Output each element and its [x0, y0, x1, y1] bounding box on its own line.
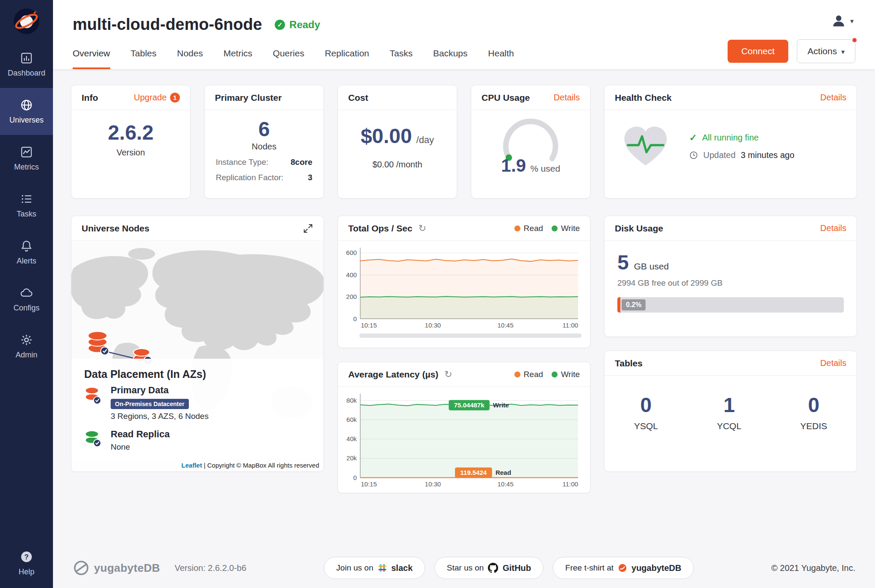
metrics-icon — [20, 146, 33, 158]
tab-tables[interactable]: Tables — [131, 38, 157, 69]
ycql-count-col: 1 YCQL — [717, 395, 741, 431]
tab-backups[interactable]: Backups — [433, 38, 468, 69]
cpu-percent-unit: % used — [530, 164, 560, 174]
github-link-prefix: Star us on — [447, 563, 484, 573]
cpu-details-link[interactable]: Details — [554, 93, 580, 102]
legend-write-label: Write — [561, 370, 580, 379]
leaflet-link[interactable]: Leaflet — [182, 462, 202, 469]
tshirt-link[interactable]: Free t-shirt at yugabyteDB — [553, 557, 694, 579]
instance-type-label: Instance Type: — [216, 158, 268, 167]
tasks-list-icon — [20, 193, 33, 205]
slack-link[interactable]: Join us on slack — [324, 557, 425, 579]
ycql-label: YCQL — [717, 421, 741, 431]
planet-logo-icon — [13, 8, 40, 35]
avg-latency-card: Average Latency (µs) ↻ Read Write — [338, 362, 590, 493]
svg-text:80k: 80k — [346, 397, 357, 404]
github-link-brand: GitHub — [502, 563, 531, 573]
tab-tasks[interactable]: Tasks — [390, 38, 413, 69]
disk-usage-bar: 0.2% — [617, 297, 844, 313]
svg-text:Read: Read — [496, 469, 511, 476]
health-details-link[interactable]: Details — [820, 93, 846, 102]
svg-text:0: 0 — [353, 315, 357, 322]
legend-read: Read — [514, 224, 543, 233]
card-title: Average Latency (µs) — [348, 369, 438, 380]
github-link[interactable]: Star us on GitHub — [435, 557, 543, 579]
disk-usage-card: Disk Usage Details 5 GB used 2994 GB fre… — [604, 216, 857, 337]
version-number: 2.6.2 — [71, 122, 190, 143]
nodes-count: 6 — [205, 119, 323, 140]
expand-icon[interactable] — [303, 223, 313, 234]
total-ops-card: Total Ops / Sec ↻ Read Write — [338, 216, 590, 348]
node-marker-primary — [88, 331, 109, 355]
sidebar-item-help[interactable]: ? Help — [0, 543, 53, 584]
instance-type-row: Instance Type: 8core — [205, 158, 323, 167]
upgrade-label: Upgrade — [134, 93, 167, 102]
footer-copyright: © 2021 Yugabyte, Inc. — [771, 563, 855, 573]
yugabyte-footer-logo-icon — [73, 559, 90, 576]
tab-metrics[interactable]: Metrics — [223, 38, 253, 69]
disk-used-value: 5 — [617, 252, 629, 273]
universe-nodes-card: Universe Nodes — [71, 216, 324, 472]
heartbeat-icon — [619, 123, 672, 169]
dashboard-icon — [20, 52, 33, 64]
tab-queries[interactable]: Queries — [273, 38, 305, 69]
svg-text:119.5424: 119.5424 — [460, 469, 487, 476]
slack-icon — [378, 563, 387, 573]
replication-factor-value: 3 — [308, 173, 312, 182]
tab-replication[interactable]: Replication — [325, 38, 369, 69]
main-area: multi-cloud-demo-6node ✓ Ready ▾ Overvie… — [53, 0, 875, 588]
cost-per-day-unit: /day — [416, 135, 434, 146]
page-title: multi-cloud-demo-6node — [73, 15, 262, 34]
sidebar-item-universes[interactable]: Universes — [0, 88, 53, 135]
user-menu[interactable]: ▾ — [831, 13, 854, 29]
sidebar-item-configs[interactable]: Configs — [0, 276, 53, 323]
datacenter-badge: On-Premises Datacenter — [111, 399, 189, 409]
tab-health[interactable]: Health — [488, 38, 514, 69]
refresh-icon[interactable]: ↻ — [418, 223, 426, 234]
svg-text:Write: Write — [493, 401, 509, 409]
footer-brand-text: yugabyteDB — [94, 562, 160, 575]
svg-text:400: 400 — [346, 271, 357, 278]
sidebar-item-tasks[interactable]: Tasks — [0, 182, 53, 229]
github-icon — [488, 563, 498, 573]
map-attribution: Leaflet | Copyright © MapBox All rights … — [71, 459, 323, 471]
sidebar-item-metrics[interactable]: Metrics — [0, 135, 53, 182]
disk-usage-fill — [617, 297, 620, 313]
health-updated-row: Updated 3 minutes ago — [689, 150, 794, 160]
connect-button[interactable]: Connect — [728, 40, 788, 63]
primary-data-row: Primary Data On-Premises Datacenter 3 Re… — [84, 385, 311, 421]
tshirt-link-prefix: Free t-shirt at — [565, 563, 614, 573]
attribution-text: | Copyright © MapBox All rights reserved — [204, 462, 319, 469]
data-placement-title: Data Placement (In AZs) — [84, 368, 311, 380]
primary-cluster-card: Primary Cluster 6 Nodes Instance Type: 8… — [204, 85, 324, 199]
disk-details-link[interactable]: Details — [820, 223, 846, 233]
cost-card: Cost $0.00 /day $0.00 /month — [338, 85, 457, 199]
svg-text:10:30: 10:30 — [425, 322, 441, 329]
sidebar-item-dashboard[interactable]: Dashboard — [0, 41, 53, 88]
refresh-icon[interactable]: ↻ — [444, 369, 452, 380]
tab-overview[interactable]: Overview — [73, 38, 110, 69]
sidebar-spacer — [0, 370, 53, 543]
tab-nodes[interactable]: Nodes — [177, 38, 203, 69]
nodes-label: Nodes — [205, 142, 323, 152]
chart-range-selector[interactable] — [359, 333, 581, 338]
card-title: Disk Usage — [615, 223, 663, 234]
yugabyte-logo[interactable] — [0, 0, 53, 41]
upgrade-link[interactable]: Upgrade 1 — [134, 93, 180, 102]
sidebar-item-admin[interactable]: Admin — [0, 323, 53, 370]
actions-button[interactable]: Actions▾ — [797, 39, 855, 63]
svg-text:10:45: 10:45 — [497, 480, 514, 488]
instance-type-value: 8core — [291, 158, 312, 167]
card-title: CPU Usage — [482, 93, 530, 103]
replication-factor-row: Replication Factor: 3 — [205, 173, 323, 182]
sidebar-item-label: Metrics — [14, 163, 39, 172]
configs-cloud-icon — [20, 287, 33, 299]
footer-brand: yugabyteDB — [73, 559, 160, 576]
svg-text:?: ? — [24, 553, 29, 560]
tables-details-link[interactable]: Details — [820, 358, 846, 368]
yedis-label: YEDIS — [800, 421, 827, 431]
avg-latency-chart: 020k40k60k80k10:1510:3010:4511:0075.0448… — [341, 390, 581, 489]
sidebar-item-alerts[interactable]: Alerts — [0, 229, 53, 276]
svg-text:20k: 20k — [346, 454, 357, 462]
health-status-text: All running fine — [702, 133, 758, 143]
